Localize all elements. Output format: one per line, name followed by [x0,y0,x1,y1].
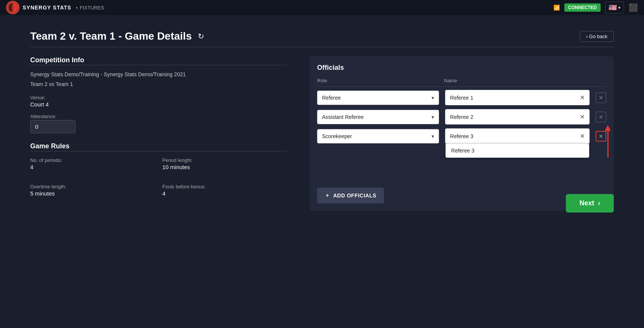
logo: SYNERGY STATS [6,1,71,14]
two-col-layout: Competition Info Synergy Stats Demo/Trai… [30,56,614,211]
logo-text: SYNERGY STATS [23,5,71,11]
period-length-block: Period length: 10 minutes [162,157,287,176]
chevron-down-icon-3: ▾ [431,133,434,139]
match-text: Team 2 vs Team 1 [30,81,287,87]
main-content: Team 2 v. Team 1 - Game Details ↻ ‹ Go b… [0,15,644,226]
name-field-1[interactable]: Referee 1 ✕ [445,90,590,105]
next-chevron-icon: › [598,199,600,207]
role-select-1[interactable]: Referee ▾ [317,91,439,105]
exit-button[interactable]: ⬛ [629,3,638,12]
add-officials-button[interactable]: ＋ ADD OFFICIALS [317,188,384,203]
name-field-2[interactable]: Referee 2 ✕ [445,109,590,125]
game-rules-divider [30,151,287,151]
role-select-3-value: Scorekeeper [322,133,352,139]
officials-title: Officials [317,64,606,72]
comp-info-divider [30,65,287,65]
arrow-line [607,131,609,157]
periods-block: No. of periods: 4 [30,157,155,176]
svg-point-2 [12,3,17,12]
competition-name: Synergy Stats Demo/Training - Synergy St… [30,71,287,77]
wifi-icon: 📶 [553,5,560,11]
delete-row-1-button[interactable]: ✕ [596,92,606,103]
role-col-header: Role [317,78,438,83]
role-select-3[interactable]: Scorekeeper ▾ [317,129,439,143]
officials-header: Role Name [317,78,606,87]
periods-value: 4 [30,164,155,170]
refresh-button[interactable]: ↻ [198,32,204,41]
name-field-1-value: Referee 1 [450,95,577,101]
role-select-2-value: Assistant Referee [322,114,364,120]
language-button[interactable]: 🇺🇸 ▾ [605,2,624,14]
period-length-label: Period length: [162,157,287,163]
period-length-value: 10 minutes [162,164,287,170]
nav-fixtures-label: FIXTURES [76,5,104,11]
right-column: Officials Role Name Referee ▾ Referee 1 … [310,56,614,211]
clear-name-2-icon[interactable]: ✕ [580,113,585,120]
attendance-label: Attendance: [30,114,287,119]
suggestion-item-1[interactable]: Referee 3 [446,144,589,157]
role-select-1-value: Referee [322,95,341,101]
officials-section: Officials Role Name Referee ▾ Referee 1 … [310,56,614,211]
action-col-header [595,78,606,83]
game-rules-title: Game Rules [30,142,287,150]
chevron-down-icon-2: ▾ [431,114,434,120]
competition-info-title: Competition Info [30,56,287,64]
bottom-bar: Next › [566,194,614,213]
clear-name-3-icon[interactable]: ✕ [580,132,585,140]
rules-grid: No. of periods: 4 Period length: 10 minu… [30,157,287,203]
next-label: Next [579,199,594,207]
page-header: Team 2 v. Team 1 - Game Details ↻ ‹ Go b… [30,30,614,42]
add-officials-label: ADD OFFICIALS [333,192,377,199]
clear-name-1-icon[interactable]: ✕ [580,94,585,101]
fouls-value: 4 [162,190,287,197]
next-button[interactable]: Next › [566,194,614,213]
name-dropdown-suggestion: Referee 3 [445,143,589,158]
name-field-3-value: Referee 3 [450,133,577,139]
left-column: Competition Info Synergy Stats Demo/Trai… [30,56,287,211]
official-row-3: Scorekeeper ▾ Referee 3 ✕ Referee 3 ✕ [317,128,606,144]
page-title: Team 2 v. Team 1 - Game Details [30,30,192,42]
topbar-right: 📶 CONNECTED 🇺🇸 ▾ ⬛ [553,2,638,14]
delete-row-3-button[interactable]: ✕ [596,131,606,142]
fouls-label: Fouls before bonus: [162,184,287,189]
chevron-down-icon-1: ▾ [431,95,434,101]
venue-label: Venue: [30,95,287,100]
name-col-header: Name [444,78,589,83]
official-row-2: Assistant Referee ▾ Referee 2 ✕ ✕ [317,109,606,125]
periods-label: No. of periods: [30,157,155,163]
connected-label: CONNECTED [568,5,597,10]
delete-row-2-button[interactable]: ✕ [596,112,606,122]
arrow-head-up [605,125,611,131]
chevron-down-icon: ▾ [618,5,621,10]
official-row-1: Referee ▾ Referee 1 ✕ ✕ [317,90,606,105]
name-field-2-value: Referee 2 [450,114,577,120]
fouls-block: Fouls before bonus: 4 [162,184,287,203]
page-title-row: Team 2 v. Team 1 - Game Details ↻ [30,30,204,42]
venue-value: Court 4 [30,101,287,108]
overtime-value: 5 minutes [30,190,155,197]
connected-badge: CONNECTED [564,3,601,12]
overtime-label: Overtime length: [30,184,155,189]
logo-icon [6,1,20,14]
plus-icon: ＋ [325,192,330,199]
go-back-button[interactable]: ‹ Go back [580,31,614,42]
overtime-block: Overtime length: 5 minutes [30,184,155,203]
topbar: SYNERGY STATS FIXTURES 📶 CONNECTED 🇺🇸 ▾ … [0,0,644,15]
header-divider [30,47,614,47]
role-select-2[interactable]: Assistant Referee ▾ [317,110,439,124]
flag-icon: 🇺🇸 [609,3,617,12]
name-field-3[interactable]: Referee 3 ✕ Referee 3 [445,128,590,144]
attendance-input[interactable] [30,120,75,133]
